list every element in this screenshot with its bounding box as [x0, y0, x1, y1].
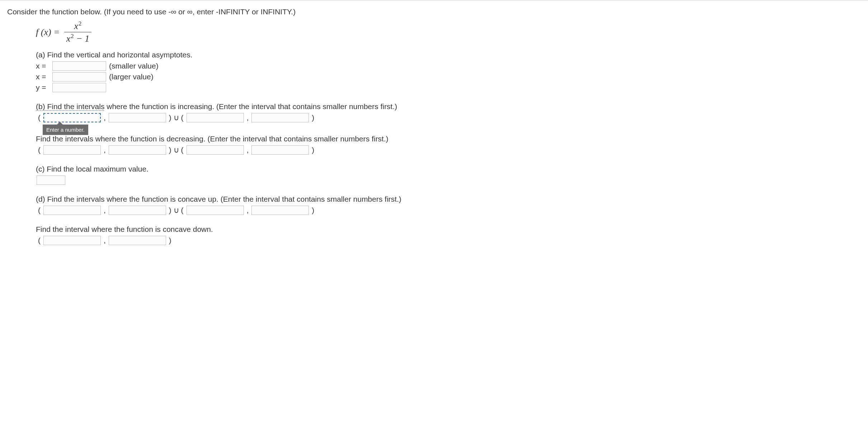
concave-up-int2-b-input[interactable]: [251, 206, 309, 215]
formula-fraction: x2 x2 − 1: [64, 20, 92, 44]
close-paren-4: ): [169, 236, 171, 245]
intro-text: Consider the function below. (If you nee…: [7, 8, 861, 16]
tooltip-anchor: Enter a number.: [43, 113, 102, 122]
close-union-open-3: ) ∪ (: [169, 206, 184, 215]
part-b: (b) Find the intervals where the functio…: [36, 102, 861, 155]
concave-down-interval-row: ( , ): [36, 236, 861, 245]
x-equals-label: x =: [36, 62, 52, 70]
formula-lhs: f (x) =: [36, 27, 60, 38]
part-b-prompt-dotted: (b) Find the intervals: [36, 102, 104, 111]
open-paren-4: (: [38, 236, 41, 245]
comma-3: ,: [104, 146, 106, 154]
part-b-decreasing-prompt: Find the intervals where the function is…: [36, 135, 861, 143]
open-paren-2: (: [38, 146, 41, 154]
concave-up-interval-row: ( , ) ∪ ( , ): [36, 206, 861, 215]
increasing-interval-row: ( Enter a number. , ) ∪ ( , ): [36, 113, 861, 122]
close-union-open: ) ∪ (: [169, 113, 184, 122]
comma-2: ,: [247, 113, 249, 122]
formula-numerator: x2: [72, 20, 84, 32]
increasing-int2-a-input[interactable]: [187, 113, 244, 122]
part-a-y-row: y =: [36, 83, 861, 92]
horizontal-asymptote-input[interactable]: [52, 83, 106, 92]
concave-up-int1-b-input[interactable]: [109, 206, 166, 215]
part-c: (c) Find the local maximum value.: [36, 165, 861, 185]
x-equals-label-2: x =: [36, 72, 52, 81]
close-paren: ): [312, 113, 314, 122]
close-union-open-2: ) ∪ (: [169, 146, 184, 154]
part-c-prompt: (c) Find the local maximum value.: [36, 165, 861, 173]
question-body: f (x) = x2 x2 − 1 (a) Find the vertical …: [36, 20, 861, 245]
concave-up-int1-a-input[interactable]: [43, 206, 101, 215]
part-d-concave-up-prompt: (d) Find the intervals where the functio…: [36, 195, 861, 203]
function-formula: f (x) = x2 x2 − 1: [36, 20, 861, 44]
part-a-x-smaller-row: x = (smaller value): [36, 61, 861, 71]
part-a-x-larger-row: x = (larger value): [36, 72, 861, 81]
smaller-value-label: (smaller value): [109, 62, 159, 70]
increasing-int2-b-input[interactable]: [251, 113, 309, 122]
decreasing-int2-b-input[interactable]: [251, 145, 309, 155]
increasing-int1-b-input[interactable]: [109, 113, 166, 122]
part-d: (d) Find the intervals where the functio…: [36, 195, 861, 245]
open-paren: (: [38, 113, 41, 122]
concave-down-a-input[interactable]: [43, 236, 101, 245]
open-paren-3: (: [38, 206, 41, 215]
vertical-asymptote-larger-input[interactable]: [52, 72, 106, 81]
comma: ,: [104, 113, 106, 122]
question-page: Consider the function below. (If you nee…: [0, 0, 868, 261]
enter-number-tooltip: Enter a number.: [43, 125, 88, 135]
comma-4: ,: [247, 146, 249, 154]
decreasing-int2-a-input[interactable]: [187, 145, 244, 155]
comma-6: ,: [247, 206, 249, 215]
local-max-row: [36, 175, 861, 185]
formula-denominator: x2 − 1: [64, 32, 92, 44]
increasing-int1-a-input[interactable]: [43, 113, 101, 122]
comma-7: ,: [104, 236, 106, 245]
local-max-input[interactable]: [37, 175, 65, 185]
part-d-concave-down-prompt: Find the interval where the function is …: [36, 225, 861, 234]
close-paren-2: ): [312, 146, 314, 154]
concave-up-int2-a-input[interactable]: [187, 206, 244, 215]
y-equals-label: y =: [36, 83, 52, 92]
vertical-asymptote-smaller-input[interactable]: [52, 61, 106, 71]
part-a-prompt: (a) Find the vertical and horizontal asy…: [36, 51, 861, 59]
decreasing-int1-a-input[interactable]: [43, 145, 101, 155]
concave-down-b-input[interactable]: [109, 236, 166, 245]
close-paren-3: ): [312, 206, 314, 215]
decreasing-interval-row: ( , ) ∪ ( , ): [36, 145, 861, 155]
larger-value-label: (larger value): [109, 72, 154, 81]
part-b-increasing-prompt: (b) Find the intervals where the functio…: [36, 102, 861, 111]
decreasing-int1-b-input[interactable]: [109, 145, 166, 155]
comma-5: ,: [104, 206, 106, 215]
